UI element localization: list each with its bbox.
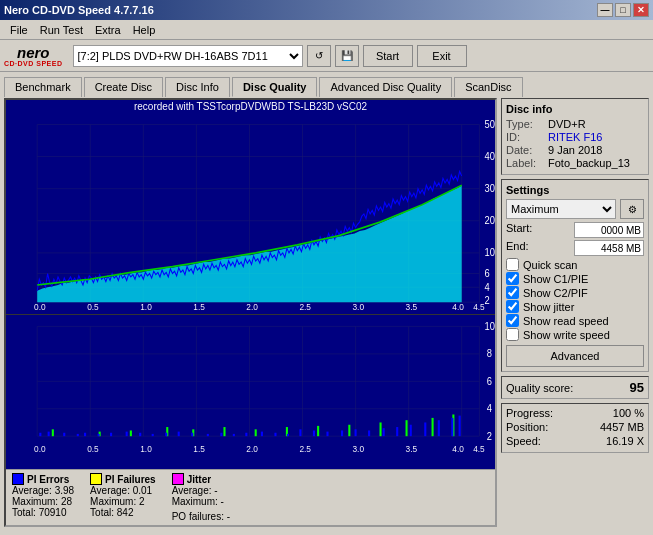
svg-rect-90 [274, 432, 276, 435]
svg-rect-91 [287, 434, 289, 436]
jitter-color [172, 473, 184, 485]
show-write-speed-checkbox[interactable] [506, 328, 519, 341]
svg-text:3.0: 3.0 [352, 302, 364, 312]
exit-button[interactable]: Exit [417, 45, 467, 67]
tab-disc-quality[interactable]: Disc Quality [232, 77, 318, 97]
right-panel: Disc info Type: DVD+R ID: RITEK F16 Date… [501, 98, 649, 527]
svg-text:2.5: 2.5 [299, 443, 311, 453]
svg-rect-79 [126, 431, 128, 436]
end-input[interactable] [574, 240, 644, 256]
svg-text:10: 10 [485, 247, 495, 259]
svg-rect-73 [48, 431, 50, 436]
settings-title: Settings [506, 184, 644, 196]
menu-bar: File Run Test Extra Help [0, 20, 653, 40]
svg-rect-92 [299, 429, 301, 436]
svg-rect-103 [451, 418, 453, 436]
save-button[interactable]: 💾 [335, 45, 359, 67]
chart-header: recorded with TSSTcorpDVDWBD TS-LB23D vS… [6, 100, 495, 113]
disc-info-title: Disc info [506, 103, 644, 115]
quality-score-value: 95 [630, 380, 644, 395]
svg-text:2: 2 [485, 295, 490, 307]
tab-advanced-disc-quality[interactable]: Advanced Disc Quality [319, 77, 452, 97]
svg-rect-84 [191, 432, 193, 435]
svg-text:2.5: 2.5 [299, 302, 311, 312]
svg-text:2: 2 [487, 430, 492, 442]
svg-rect-95 [341, 430, 343, 436]
drive-select[interactable]: [7:2] PLDS DVD+RW DH-16ABS 7D11 [73, 45, 303, 67]
svg-text:3.5: 3.5 [406, 302, 418, 312]
svg-rect-77 [98, 434, 100, 436]
tab-benchmark[interactable]: Benchmark [4, 77, 82, 97]
show-c2-pif-checkbox[interactable] [506, 286, 519, 299]
svg-text:0.0: 0.0 [34, 443, 46, 453]
maximize-button[interactable]: □ [615, 3, 631, 17]
menu-extra[interactable]: Extra [89, 22, 127, 38]
svg-text:6: 6 [487, 375, 493, 387]
show-c1-pie-checkbox[interactable] [506, 272, 519, 285]
svg-rect-81 [152, 434, 154, 436]
quick-scan-checkbox[interactable] [506, 258, 519, 271]
menu-file[interactable]: File [4, 22, 34, 38]
show-read-speed-checkbox[interactable] [506, 314, 519, 327]
svg-rect-88 [245, 432, 247, 435]
svg-rect-98 [383, 428, 385, 436]
svg-rect-80 [139, 432, 141, 435]
svg-text:4.5: 4.5 [473, 302, 485, 312]
svg-rect-74 [63, 432, 65, 435]
svg-rect-94 [326, 431, 328, 436]
logo: nero CD·DVD SPEED [4, 45, 63, 67]
svg-rect-82 [165, 432, 167, 435]
tabs: Benchmark Create Disc Disc Info Disc Qua… [0, 72, 653, 96]
svg-text:3.0: 3.0 [352, 443, 364, 453]
start-input[interactable] [574, 222, 644, 238]
pi-errors-color [12, 473, 24, 485]
svg-text:4.0: 4.0 [452, 302, 464, 312]
svg-text:4: 4 [485, 281, 491, 293]
quality-score-row: Quality score: 95 [501, 376, 649, 399]
svg-rect-99 [396, 427, 398, 436]
menu-help[interactable]: Help [127, 22, 162, 38]
pi-failures-color [90, 473, 102, 485]
pi-failures-stats: PI Failures Average: 0.01 Maximum: 2 Tot… [90, 473, 156, 522]
svg-text:8: 8 [487, 348, 493, 360]
svg-rect-100 [410, 424, 412, 435]
minimize-button[interactable]: — [597, 3, 613, 17]
svg-rect-96 [355, 429, 357, 436]
settings-button[interactable]: ⚙ [620, 199, 644, 219]
svg-text:30: 30 [485, 183, 495, 195]
svg-rect-86 [220, 432, 222, 435]
start-button[interactable]: Start [363, 45, 413, 67]
title-bar: Nero CD-DVD Speed 4.7.7.16 — □ ✕ [0, 0, 653, 20]
svg-text:1.0: 1.0 [140, 443, 152, 453]
advanced-button[interactable]: Advanced [506, 345, 644, 367]
svg-rect-104 [459, 415, 461, 436]
tab-create-disc[interactable]: Create Disc [84, 77, 163, 97]
svg-rect-101 [424, 422, 426, 436]
speed-select[interactable]: Maximum [506, 199, 616, 219]
svg-text:0.5: 0.5 [87, 443, 99, 453]
show-jitter-checkbox[interactable] [506, 300, 519, 313]
svg-rect-83 [178, 431, 180, 436]
refresh-button[interactable]: ↺ [307, 45, 331, 67]
svg-text:1.5: 1.5 [193, 302, 205, 312]
pi-errors-stats: PI Errors Average: 3.98 Maximum: 28 Tota… [12, 473, 74, 522]
svg-text:1.0: 1.0 [140, 302, 152, 312]
svg-text:20: 20 [485, 215, 495, 227]
svg-text:4.5: 4.5 [473, 443, 485, 453]
svg-text:3.5: 3.5 [406, 443, 418, 453]
menu-run-test[interactable]: Run Test [34, 22, 89, 38]
svg-rect-93 [313, 430, 315, 436]
svg-rect-75 [77, 434, 79, 436]
close-button[interactable]: ✕ [633, 3, 649, 17]
tab-scandisc[interactable]: ScanDisc [454, 77, 522, 97]
svg-text:4: 4 [487, 402, 493, 414]
lower-chart: 10 8 6 4 2 [6, 315, 495, 469]
svg-text:10: 10 [485, 320, 495, 332]
svg-text:4.0: 4.0 [452, 443, 464, 453]
svg-text:50: 50 [485, 118, 495, 130]
svg-rect-102 [438, 420, 440, 436]
tab-disc-info[interactable]: Disc Info [165, 77, 230, 97]
svg-rect-97 [368, 430, 370, 436]
svg-text:2.0: 2.0 [246, 443, 258, 453]
svg-text:40: 40 [485, 151, 495, 163]
